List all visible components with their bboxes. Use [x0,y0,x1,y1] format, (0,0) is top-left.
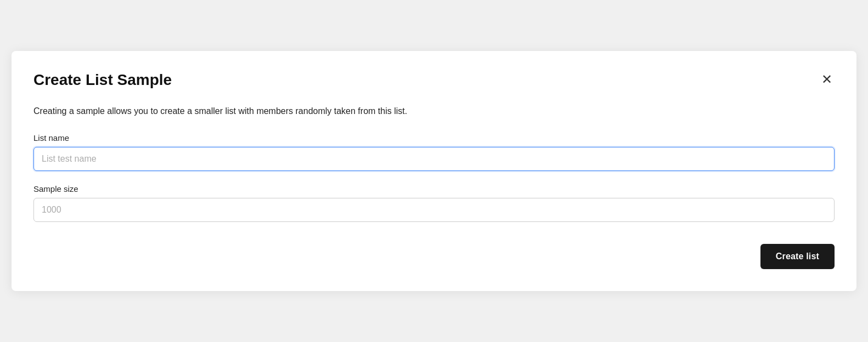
sample-size-group: Sample size [33,184,835,222]
modal-header: Create List Sample ✕ [33,71,835,89]
create-list-button[interactable]: Create list [760,244,835,269]
list-name-input[interactable] [33,147,835,171]
modal-footer: Create list [33,244,835,269]
create-list-sample-modal: Create List Sample ✕ Creating a sample a… [12,51,856,291]
modal-title: Create List Sample [33,71,172,89]
close-button[interactable]: ✕ [819,71,835,88]
sample-size-label: Sample size [33,184,835,193]
list-name-label: List name [33,133,835,142]
modal-description: Creating a sample allows you to create a… [33,105,835,118]
close-icon: ✕ [821,73,832,86]
list-name-group: List name [33,133,835,171]
sample-size-input[interactable] [33,198,835,222]
